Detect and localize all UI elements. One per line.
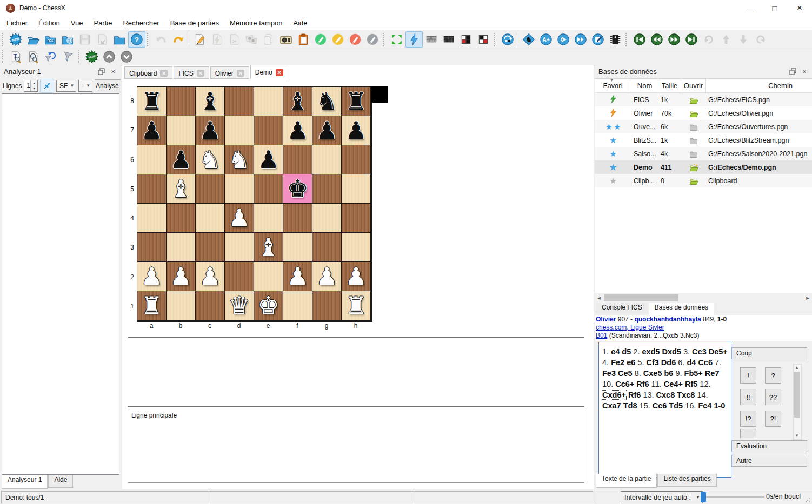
move[interactable]: Cxd6+ — [602, 391, 626, 399]
engine-aplus-icon[interactable]: A+ — [537, 31, 555, 48]
nag-button-mistake[interactable]: ? — [765, 367, 781, 384]
close-icon[interactable]: × — [109, 67, 117, 76]
square-d2[interactable] — [225, 262, 254, 291]
move[interactable]: b6 — [664, 369, 674, 378]
menu-item--dition[interactable]: Édition — [33, 17, 65, 29]
square-f6[interactable] — [283, 145, 312, 174]
square-a1[interactable]: ♜ — [137, 291, 166, 320]
black-pawn[interactable]: ♟ — [170, 146, 191, 173]
pen-gray-icon[interactable] — [364, 31, 381, 48]
edit-pencil-icon[interactable] — [191, 31, 208, 48]
toolbar-handle[interactable] — [147, 33, 150, 46]
square-c5[interactable] — [196, 174, 224, 203]
analyse-button[interactable]: Analyse — [95, 79, 121, 92]
toolbar-handle[interactable] — [625, 33, 629, 46]
square-b5[interactable]: ♝ — [167, 174, 195, 203]
scroll-down-icon[interactable]: ▼ — [794, 433, 800, 439]
square-a4[interactable] — [137, 204, 166, 232]
resize-grip[interactable] — [805, 498, 810, 503]
engine-chip-icon[interactable] — [607, 31, 624, 48]
square-g4[interactable] — [312, 204, 341, 232]
square-g5[interactable] — [312, 174, 341, 203]
column-header-taille[interactable]: Taille — [658, 79, 681, 92]
move[interactable]: Ce5 — [618, 369, 633, 378]
table-row[interactable]: Olivier70kG:/Echecs/Olivier.pgn — [595, 106, 812, 120]
white-rook[interactable]: ♜ — [141, 292, 162, 319]
white-knight[interactable]: ♞ — [228, 146, 250, 173]
square-h6[interactable] — [342, 145, 370, 174]
square-c1[interactable] — [196, 291, 224, 320]
close-icon[interactable]: × — [800, 67, 809, 76]
square-e8[interactable] — [254, 87, 283, 116]
float-icon[interactable] — [97, 67, 105, 76]
help-icon[interactable]: ? — [128, 31, 145, 48]
square-h7[interactable]: ♟ — [342, 116, 370, 145]
square-b6[interactable]: ♟ — [167, 145, 195, 174]
folder-open-icon[interactable] — [681, 95, 706, 105]
tab-olivier[interactable]: Olivier✕ — [210, 66, 249, 79]
square-c2[interactable]: ♟ — [196, 262, 224, 291]
tab-console-fics[interactable]: Console FICS — [596, 303, 648, 315]
favorite-cell[interactable]: ★ — [595, 150, 631, 158]
white-pawn[interactable]: ♟ — [287, 263, 308, 290]
coup-button[interactable]: Coup — [731, 347, 807, 359]
move[interactable]: d5 — [622, 347, 631, 356]
move[interactable]: Fe2 — [611, 358, 624, 367]
toolbar-handle[interactable] — [78, 50, 81, 63]
white-pawn[interactable]: ♟ — [228, 205, 250, 232]
move[interactable]: Fe3 — [602, 369, 616, 378]
square-b2[interactable]: ♟ — [167, 262, 195, 291]
move[interactable]: Cc3 — [692, 347, 707, 356]
move[interactable]: Rf5 — [685, 380, 697, 388]
black-rook[interactable]: ♜ — [141, 88, 162, 115]
tab-liste-des-parties[interactable]: Liste des parties — [657, 474, 716, 487]
close-icon[interactable]: ✕ — [197, 70, 204, 77]
toolbar-handle[interactable] — [2, 50, 5, 63]
pin-icon[interactable] — [40, 79, 54, 93]
square-f1[interactable] — [283, 291, 312, 320]
square-c6[interactable]: ♞ — [196, 145, 224, 174]
square-f7[interactable]: ♟ — [283, 116, 312, 145]
maximize-button[interactable]: □ — [762, 0, 787, 16]
square-g6[interactable] — [312, 145, 341, 174]
go-next-icon[interactable] — [665, 31, 683, 48]
black-pawn[interactable]: ♟ — [199, 117, 221, 144]
edit-game-icon[interactable] — [589, 31, 607, 48]
fics-database-icon[interactable]: FICS — [42, 31, 59, 48]
move[interactable]: Cc6+ — [615, 380, 634, 388]
float-icon[interactable] — [788, 67, 797, 76]
square-b4[interactable] — [167, 204, 195, 232]
go-first-icon[interactable] — [631, 31, 648, 48]
toolbar-handle[interactable] — [494, 33, 497, 46]
black-pawn[interactable]: ♟ — [345, 117, 367, 144]
black-bishop[interactable]: ♝ — [199, 88, 221, 115]
menu-item-m-moire-tampon[interactable]: Mémoire tampon — [224, 17, 288, 29]
tab-demo[interactable]: Demo✕ — [250, 65, 288, 79]
square-d6[interactable]: ♞ — [225, 145, 254, 174]
scroll-right-icon[interactable]: ▸ — [803, 293, 812, 303]
square-g1[interactable] — [312, 291, 341, 320]
square-h4[interactable] — [342, 204, 370, 232]
square-c4[interactable] — [196, 204, 224, 232]
event-link[interactable]: chess.com, Ligue Sivler — [596, 324, 664, 331]
square-d5[interactable] — [225, 174, 254, 203]
square-b8[interactable] — [167, 87, 195, 116]
square-c7[interactable]: ♟ — [196, 116, 224, 145]
square-a3[interactable] — [137, 233, 166, 261]
white-pawn[interactable]: ♟ — [316, 263, 337, 290]
square-e4[interactable] — [254, 204, 283, 232]
filter-reset-icon[interactable] — [42, 49, 59, 65]
go-last-icon[interactable] — [683, 31, 700, 48]
nag-button-partial[interactable] — [740, 429, 756, 438]
table-row[interactable]: ★Clipb...0Clipboard — [595, 174, 812, 187]
pen-red-icon[interactable] — [347, 31, 364, 48]
evaluation-button[interactable]: Evaluation — [731, 440, 807, 452]
white-pawn[interactable]: ♟ — [345, 263, 367, 290]
nag-button-interesting[interactable]: !? — [740, 411, 756, 427]
move[interactable]: De5+ — [709, 347, 728, 356]
square-h1[interactable]: ♜ — [342, 291, 370, 320]
column-header-favori[interactable]: ▼Favori — [595, 79, 631, 92]
square-a5[interactable] — [137, 174, 166, 203]
square-a6[interactable] — [137, 145, 166, 174]
black-pawn[interactable]: ♟ — [141, 117, 162, 144]
